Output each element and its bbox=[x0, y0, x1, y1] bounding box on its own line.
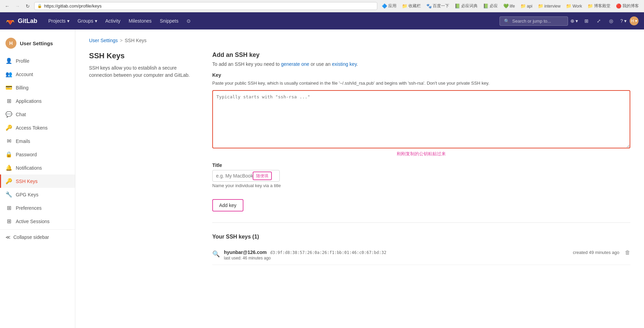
table-row: 🔍 hyunbar@126.com d3:9f:d8:38:57:26:0a:2… bbox=[212, 245, 630, 265]
sidebar-item-applications[interactable]: ⊞ Applications bbox=[0, 94, 75, 108]
sidebar-avatar: H bbox=[5, 38, 16, 49]
bookmark-apps[interactable]: 🔷 应用 bbox=[380, 2, 398, 10]
nav-merge-requests-btn[interactable]: ⤢ bbox=[593, 15, 605, 27]
nav-groups[interactable]: Groups ▾ bbox=[74, 12, 101, 29]
sidebar-item-chat[interactable]: 💬 Chat bbox=[0, 108, 75, 121]
billing-icon: 💳 bbox=[5, 84, 12, 91]
bookmark-bing[interactable]: 📗 必应 bbox=[481, 2, 500, 10]
profile-icon: 👤 bbox=[5, 58, 12, 64]
sidebar-item-ssh-keys[interactable]: 🔑 SSH Keys bbox=[0, 174, 75, 188]
preferences-icon: ⊞ bbox=[5, 205, 12, 211]
add-section-title: Add an SSH key bbox=[212, 51, 630, 59]
title-field-label: Title bbox=[212, 162, 630, 168]
sidebar-divider bbox=[0, 229, 75, 230]
right-column: Add an SSH key To add an SSH key you nee… bbox=[212, 51, 630, 265]
nav-monitor[interactable]: ⊙ bbox=[182, 12, 195, 29]
back-button[interactable]: ← bbox=[3, 2, 11, 10]
gitlab-nav: GitLab Projects ▾ Groups ▾ Activity Mile… bbox=[0, 12, 644, 29]
ssh-key-search-icon: 🔍 bbox=[212, 250, 220, 258]
breadcrumb: User Settings > SSH Keys bbox=[89, 38, 630, 43]
bookmark-blog-palace[interactable]: 📁 博客殿堂 bbox=[586, 2, 612, 10]
left-column: SSH Keys SSH keys allow you to establish… bbox=[89, 51, 192, 79]
sidebar-item-profile[interactable]: 👤 Profile bbox=[0, 54, 75, 68]
sidebar-item-emails[interactable]: ✉ Emails bbox=[0, 134, 75, 148]
nav-issues-btn[interactable]: ◎ bbox=[605, 15, 617, 27]
gpg-keys-icon: 🔧 bbox=[5, 191, 12, 198]
sidebar-item-active-sessions[interactable]: ⊞ Active Sessions bbox=[0, 215, 75, 228]
bookmark-baidu[interactable]: 🐾 百度一下 bbox=[425, 2, 451, 10]
ssh-key-fingerprint: d3:9f:d8:38:57:26:0a:26:f1:bb:01:46:c0:6… bbox=[270, 250, 387, 255]
chat-icon: 💬 bbox=[5, 111, 12, 118]
breadcrumb-current: SSH Keys bbox=[125, 38, 147, 43]
sidebar-header: H User Settings bbox=[0, 35, 75, 54]
bookmark-work[interactable]: 📁 Work bbox=[564, 3, 584, 9]
title-input[interactable] bbox=[212, 170, 280, 182]
section-divider bbox=[212, 222, 630, 223]
add-key-button[interactable]: Add key bbox=[212, 199, 243, 211]
ssh-keys-icon: 🔑 bbox=[5, 178, 12, 184]
title-field-wrapper: 随便填 bbox=[212, 170, 280, 182]
ssh-keys-list-title: Your SSH keys (1) bbox=[212, 234, 630, 240]
browser-bar: ← → ↻ 🔒 https://gitlab.com/profile/keys … bbox=[0, 0, 644, 12]
notifications-icon: 🔔 bbox=[5, 165, 12, 171]
nav-layout-btn[interactable]: ⊞ bbox=[580, 15, 593, 27]
lock-icon: 🔒 bbox=[37, 4, 42, 8]
sidebar-item-notifications[interactable]: 🔔 Notifications bbox=[0, 161, 75, 174]
ssh-key-last-used: last used: 46 minutes ago bbox=[224, 256, 569, 260]
collapse-icon: ≪ bbox=[5, 234, 11, 240]
key-description: Paste your public SSH key, which is usua… bbox=[212, 80, 630, 87]
bookmarks-bar: 🔷 应用 📁 收藏栏 🐾 百度一下 📗 必应词典 📗 必应 💚 life 📁 a… bbox=[380, 2, 641, 10]
sidebar-item-gpg-keys[interactable]: 🔧 GPG Keys bbox=[0, 188, 75, 201]
sidebar-item-billing[interactable]: 💳 Billing bbox=[0, 81, 75, 94]
page-layout: H User Settings 👤 Profile 👥 Account 💳 Bi… bbox=[0, 29, 644, 328]
ssh-key-created: created 49 minutes ago 🗑 bbox=[573, 250, 630, 256]
active-sessions-icon: ⊞ bbox=[5, 218, 12, 224]
title-field-section: Title 随便填 Name your individual key via a… bbox=[212, 162, 630, 188]
key-textarea-hint: 刚刚复制的公钥粘贴过来 bbox=[212, 151, 630, 157]
password-icon: 🔒 bbox=[5, 151, 12, 158]
nav-projects[interactable]: Projects ▾ bbox=[44, 12, 74, 29]
collapse-sidebar-btn[interactable]: ≪ Collapse sidebar bbox=[0, 231, 75, 243]
breadcrumb-parent-link[interactable]: User Settings bbox=[89, 38, 118, 43]
nav-help-btn[interactable]: ? ▾ bbox=[617, 15, 630, 27]
bookmark-interview[interactable]: 📁 interview bbox=[536, 3, 562, 9]
nav-new-btn[interactable]: ⊕ ▾ bbox=[568, 15, 580, 27]
forward-button[interactable]: → bbox=[14, 2, 21, 10]
breadcrumb-separator: > bbox=[120, 38, 123, 43]
content-columns: SSH Keys SSH keys allow you to establish… bbox=[89, 51, 630, 265]
main-content: User Settings > SSH Keys SSH Keys SSH ke… bbox=[75, 29, 644, 328]
title-field-hint: Name your individual key via a title bbox=[212, 183, 630, 188]
bookmark-favorites[interactable]: 📁 收藏栏 bbox=[400, 2, 422, 10]
sidebar-item-access-tokens[interactable]: 🔑 Access Tokens bbox=[0, 121, 75, 134]
ssh-key-info: hyunbar@126.com d3:9f:d8:38:57:26:0a:26:… bbox=[224, 250, 569, 260]
nav-avatar[interactable]: H ▾ bbox=[630, 16, 639, 25]
nav-search[interactable]: 🔍 Search or jump to... bbox=[500, 16, 568, 26]
sidebar-item-account[interactable]: 👥 Account bbox=[0, 68, 75, 81]
generate-link[interactable]: generate one bbox=[281, 61, 310, 67]
nav-activity[interactable]: Activity bbox=[101, 12, 125, 29]
ssh-key-delete-btn[interactable]: 🗑 bbox=[625, 250, 630, 256]
url-text: https://gitlab.com/profile/keys bbox=[44, 3, 102, 9]
access-tokens-icon: 🔑 bbox=[5, 124, 12, 131]
reload-button[interactable]: ↻ bbox=[24, 2, 31, 10]
nav-snippets[interactable]: Snippets bbox=[156, 12, 182, 29]
key-textarea[interactable] bbox=[212, 90, 630, 148]
bookmark-life[interactable]: 💚 life bbox=[502, 3, 517, 9]
sidebar-item-password[interactable]: 🔒 Password bbox=[0, 148, 75, 161]
page-title: SSH Keys bbox=[89, 51, 192, 60]
key-field-label: Key bbox=[212, 72, 630, 78]
url-bar[interactable]: 🔒 https://gitlab.com/profile/keys bbox=[34, 2, 377, 10]
nav-milestones[interactable]: Milestones bbox=[125, 12, 156, 29]
ssh-key-name: hyunbar@126.com d3:9f:d8:38:57:26:0a:26:… bbox=[224, 250, 569, 255]
bookmark-bing-dict[interactable]: 📗 必应词典 bbox=[453, 2, 479, 10]
gitlab-logo[interactable]: GitLab bbox=[5, 16, 37, 26]
applications-icon: ⊞ bbox=[5, 98, 12, 104]
existing-key-link[interactable]: existing key bbox=[332, 61, 357, 67]
bookmark-my-blog[interactable]: 🔴 我的博客 bbox=[614, 2, 641, 10]
add-section-desc: To add an SSH key you need to generate o… bbox=[212, 61, 630, 67]
sidebar-item-preferences[interactable]: ⊞ Preferences bbox=[0, 201, 75, 215]
bookmark-api[interactable]: 📁 api bbox=[519, 3, 534, 9]
sidebar: H User Settings 👤 Profile 👥 Account 💳 Bi… bbox=[0, 29, 75, 328]
account-icon: 👥 bbox=[5, 71, 12, 77]
emails-icon: ✉ bbox=[5, 138, 12, 144]
